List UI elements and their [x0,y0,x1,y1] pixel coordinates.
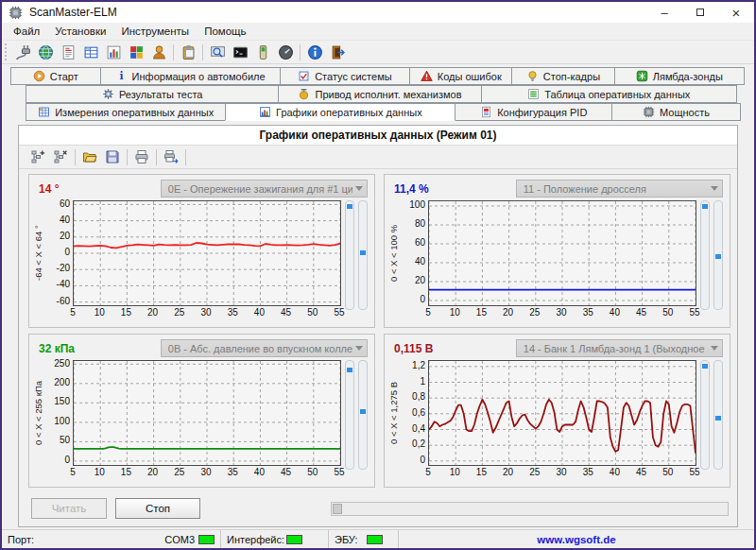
scale-slider[interactable] [345,360,354,470]
main-toolbar [2,41,754,64]
close-button[interactable]: × [718,2,754,23]
window-title: ScanMaster-ELM [29,6,646,19]
scale-slider[interactable] [345,200,354,310]
chevron-down-icon [711,346,718,351]
terminal-button[interactable] [229,42,251,62]
chart-panel-o2-voltage: 0,115 В 14 - Банк 1 Лямбда-зонд 1 (Выход… [384,334,730,488]
stop-button[interactable]: Стоп [115,498,200,519]
scale-slider[interactable] [700,360,710,470]
toolbar-separator [156,149,157,165]
toolbar-separator [300,44,301,60]
tab-live-data-table[interactable]: Таблица оперативных данных [481,85,737,103]
tab-start[interactable]: Старт [10,67,101,85]
live-table-button[interactable] [79,42,102,62]
menu-файл[interactable]: Файл [6,24,47,39]
remove-channel-icon [53,149,68,164]
tab-label: Стоп-кадры [543,71,600,82]
y-range-label: 0 < X < 1,275 В [388,360,401,466]
chevron-down-icon [355,186,363,191]
tab-lambda-sensors[interactable]: Лямбда-зонды [614,67,745,85]
save-icon [105,149,120,164]
scrollbar-thumb[interactable] [333,504,342,514]
report-icon [60,44,77,60]
bar-chart-button[interactable] [102,42,125,62]
gear-icon [102,88,114,100]
search-screen-button[interactable] [206,42,229,62]
report-button[interactable] [57,42,79,62]
tab-trouble-codes[interactable]: Коды ошибок [409,67,512,85]
gauge-button[interactable] [274,42,297,62]
add-channel-button[interactable] [26,146,49,167]
x-axis-ticks: 510152025303540455055 [73,307,341,320]
pid-select[interactable]: 14 - Банк 1 Лямбда-зонд 1 (Выходное напр… [516,339,723,357]
tab-live-data-meters[interactable]: Измерения оперативных данных [26,103,226,121]
plot-area [73,200,341,306]
port-status: Порт: COM3 [2,530,221,548]
web-button[interactable] [34,42,57,62]
live-table-icon [83,44,99,60]
connect-button[interactable] [11,42,34,62]
tab-system-status[interactable]: Статус системы [280,67,410,85]
info-icon [307,44,323,60]
menu-установки[interactable]: Установки [47,24,113,39]
pid-select[interactable]: 0E - Опережение зажигания для #1 цилиндр… [161,180,368,198]
tab-strip: СтартiИнформация о автомобилеСтатус сист… [2,64,754,121]
start-icon [33,70,45,82]
chart-panel-intake-pressure: 32 кПа 0B - Абс. давление во впускном ко… [28,334,375,488]
chart-value: 32 кПа [39,342,75,355]
offset-slider[interactable] [358,360,368,470]
checkbox-icon [298,70,310,82]
tab-label: Мощность [660,107,710,118]
scale-slider[interactable] [700,200,710,310]
terminal-icon [232,44,249,60]
maximize-button[interactable] [682,2,718,23]
offset-slider[interactable] [713,200,723,310]
timeline-scrollbar[interactable] [331,502,729,516]
x-axis-ticks: 510152025303540455055 [428,467,696,480]
info-button[interactable] [303,42,326,62]
charts-grid: 14 ° 0E - Опережение зажигания для #1 ци… [19,169,737,488]
tab-pid-config[interactable]: Конфигурация PID [455,103,612,121]
print-preview-button[interactable] [160,146,182,167]
chip-icon [9,6,23,20]
read-button[interactable]: Читать [31,498,107,519]
tab-freeze-frames[interactable]: Стоп-кадры [511,67,614,85]
tab-label: Лямбда-зонды [653,71,723,82]
graph-toolbar [19,146,737,169]
user-button[interactable] [147,42,170,62]
open-button[interactable] [78,146,101,167]
tab-actuator-test[interactable]: Привод исполнит. механизмов [278,85,481,103]
exit-icon [330,44,346,60]
picture-button[interactable] [125,42,147,62]
open-icon [82,149,97,164]
print-icon [134,149,149,164]
minimize-button[interactable]: – [646,2,682,23]
save-button[interactable] [101,146,124,167]
remove-channel-button[interactable] [49,146,72,167]
exit-button[interactable] [326,42,349,62]
pid-select[interactable]: 11 - Положение дросселя [516,180,723,198]
toolbar-grip [5,43,9,60]
clipboard-button[interactable] [177,42,199,62]
connect-icon [15,44,31,60]
offset-slider[interactable] [713,360,723,470]
wgsoft-link[interactable]: www.wgsoft.de [537,534,615,545]
pid-select[interactable]: 0B - Абс. давление во впускном коллектор… [161,339,368,357]
tab-test-results[interactable]: Результаты теста [26,85,279,103]
toolbar-separator [185,149,186,165]
lambda-icon [636,70,648,82]
tab-live-data-graphs[interactable]: Графики оперативных данных [225,103,455,121]
tab-power[interactable]: Мощность [611,103,741,121]
port-led [198,535,215,544]
menu-инструменты[interactable]: Инструменты [113,24,197,39]
print-button[interactable] [130,146,153,167]
port-value: COM3 [164,534,195,545]
tab-vehicle-info[interactable]: iИнформация о автомобиле [100,67,281,85]
chart-panel-throttle-position: 11,4 % 11 - Положение дросселя 0 < X < 1… [384,174,730,328]
offset-slider[interactable] [358,200,368,310]
device-button[interactable] [251,42,274,62]
menu-помощь[interactable]: Помощь [197,24,253,39]
tab-label: Измерения оперативных данных [55,107,214,118]
tab-label: Таблица оперативных данных [544,89,690,100]
doc-config-icon [480,106,492,118]
